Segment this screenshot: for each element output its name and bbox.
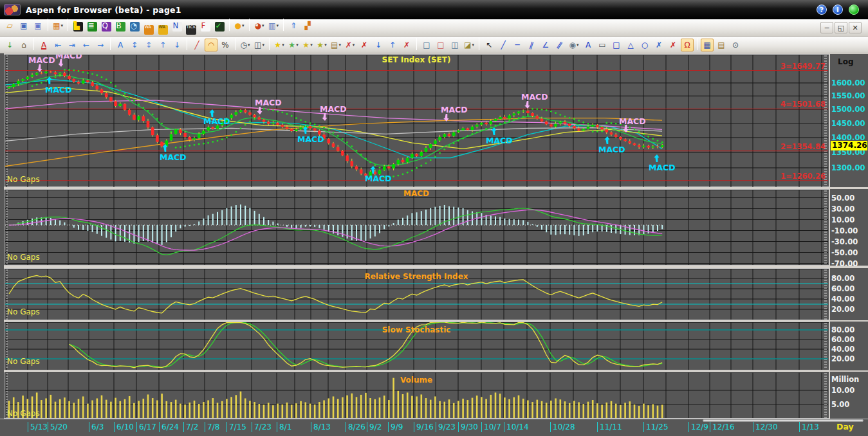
bid-offer-icon[interactable]: B: [114, 21, 127, 33]
world-chart-icon[interactable]: ◔: [128, 21, 141, 33]
erase-drawing-icon[interactable]: ✗: [652, 39, 665, 51]
quick-quote-icon[interactable]: Q: [100, 21, 113, 33]
xaxis-date-label: 1/13: [799, 422, 819, 432]
layout-icon[interactable]: ▥▾: [267, 19, 280, 32]
tick-icon[interactable]: TICK: [185, 24, 198, 37]
add-study-point-icon[interactable]: ★▾: [287, 39, 300, 51]
snap-right-icon[interactable]: ⇥: [66, 39, 78, 51]
copy-page-icon[interactable]: ◫: [448, 39, 461, 51]
scale-up-icon[interactable]: ↑: [156, 39, 169, 51]
remove-study-menu-icon[interactable]: ✗▾: [344, 39, 356, 51]
snap-left-icon[interactable]: ⇤: [51, 39, 64, 51]
draw-hline-icon[interactable]: ─: [511, 39, 524, 51]
panel-macd[interactable]: [4, 189, 829, 266]
add-study-pane-icon[interactable]: ★▾: [301, 39, 314, 51]
chevron-down-icon: ▾: [276, 23, 279, 28]
chevron-down-icon: ▾: [577, 42, 579, 48]
delete-drawings-icon[interactable]: ✗: [667, 39, 679, 51]
org-chart-icon[interactable]: ▞: [301, 19, 314, 32]
compress-vertical-icon: ↕: [131, 41, 138, 49]
apply-template-icon[interactable]: ▤▾: [329, 39, 342, 51]
restore-button[interactable]: ◱: [835, 22, 847, 33]
wa-chart-icon[interactable]: WA: [156, 24, 169, 37]
back-icon[interactable]: ←: [80, 39, 93, 51]
draw-circle-icon[interactable]: ○: [638, 39, 651, 51]
delete-page-icon[interactable]: □: [434, 39, 447, 51]
wa-icon[interactable]: WA: [142, 24, 155, 37]
draw-line-icon[interactable]: ╱: [497, 39, 510, 51]
chart-style-icon[interactable]: ◫▾: [253, 39, 266, 51]
no-gaps-label-macd: No Gaps: [7, 253, 40, 262]
alert-bell-icon[interactable]: ●▾: [233, 19, 246, 32]
draw-callout-icon[interactable]: ▭: [596, 39, 609, 51]
panel-price[interactable]: [4, 54, 829, 187]
stoch-panel-title: Slow Stochastic: [288, 325, 545, 334]
compress-vertical-icon[interactable]: ↕: [128, 39, 141, 51]
draw-rect-icon[interactable]: □: [610, 39, 623, 51]
minimize-button[interactable]: −: [820, 22, 833, 33]
chart-area[interactable]: MACDMACDMACDMACDMACDMACDMACDMACDMACDMACD…: [0, 53, 868, 436]
remove-pane-icon[interactable]: ✗: [400, 39, 413, 51]
market-monitor-icon[interactable]: ▙: [71, 21, 84, 33]
chart-zoom-icon[interactable]: ⊙: [729, 39, 742, 51]
snap-left-icon: ⇤: [55, 41, 61, 49]
move-pane-down-icon[interactable]: ↓: [372, 39, 385, 51]
toolbar-main: ▱▣▣▦▾▙≣QB◔WAWANTICKF✓●▾◕▾▥▾⇑▞ − ◱ ✕: [0, 19, 868, 37]
scale-down-icon[interactable]: ↓: [171, 39, 183, 51]
info-icon[interactable]: i: [833, 5, 843, 15]
chevron-down-icon: ▾: [262, 23, 264, 28]
quote-table-icon[interactable]: ▦: [701, 39, 714, 51]
draw-parallel-icon[interactable]: ∥: [525, 39, 538, 51]
xaxis-date-label: 9/30: [458, 422, 478, 432]
draw-channel-icon: ∥: [556, 41, 564, 49]
save-icon[interactable]: ▣: [17, 19, 30, 32]
close-button[interactable]: ✕: [849, 22, 862, 33]
volume-axis-tick: 10.00: [831, 386, 867, 395]
draw-triangle-icon: △: [627, 41, 633, 49]
draw-channel-icon[interactable]: ∥: [553, 39, 566, 51]
news-icon[interactable]: N: [171, 21, 183, 33]
open-icon[interactable]: ▱: [3, 19, 16, 32]
trendline-scale-icon[interactable]: ╱: [190, 39, 203, 51]
interval-icon[interactable]: ◷▾: [239, 39, 252, 51]
connection-status-icon: [849, 5, 859, 15]
pointer-icon[interactable]: ↖: [483, 39, 495, 51]
magnet-icon[interactable]: Ω: [681, 39, 694, 51]
import-icon[interactable]: ⇑: [287, 19, 300, 32]
delete-study-icon[interactable]: ✗: [358, 39, 371, 51]
price-axis-tick: 1600.00: [831, 78, 867, 87]
draw-triangle-icon[interactable]: △: [624, 39, 637, 51]
log-scale-icon[interactable]: ◠: [205, 39, 217, 51]
chart-check-icon[interactable]: ✓: [213, 21, 226, 33]
quote-board-icon[interactable]: ≣: [86, 21, 98, 33]
add-study-overlay-icon[interactable]: ★▾: [315, 39, 328, 51]
save-as-icon[interactable]: ▣: [32, 19, 44, 32]
add-study-icon[interactable]: ★▾: [273, 39, 286, 51]
forward-icon[interactable]: →: [94, 39, 107, 51]
macd-axis-tick: -10.00: [831, 226, 867, 235]
font-f-icon[interactable]: F: [199, 21, 212, 33]
chart-basket-icon[interactable]: ▦▾: [51, 19, 64, 32]
font-color-icon[interactable]: A: [37, 39, 50, 51]
pin-icon[interactable]: ↓: [3, 39, 16, 51]
font-size-icon[interactable]: A: [114, 39, 127, 51]
pointer-icon: ↖: [486, 41, 492, 49]
stoch-axis-tick: 80.00: [831, 325, 867, 334]
volume-axis-tick: 5.00: [831, 400, 867, 409]
move-pane-up-icon[interactable]: ↑: [386, 39, 399, 51]
home-icon[interactable]: ⌂: [17, 39, 30, 51]
horizontal-scrollbar[interactable]: [703, 419, 863, 422]
expand-vertical-icon[interactable]: ↕: [142, 39, 155, 51]
edit-note-icon[interactable]: ▤: [715, 39, 728, 51]
lock-page-icon[interactable]: ◪▾: [463, 39, 476, 51]
add-page-icon[interactable]: □: [420, 39, 433, 51]
draw-angle-icon[interactable]: ∠: [539, 39, 552, 51]
percent-scale-icon[interactable]: %: [219, 39, 232, 51]
help-icon[interactable]: ?: [817, 5, 827, 15]
draw-text-icon[interactable]: A: [582, 39, 595, 51]
org-chart-icon: ▞: [304, 22, 310, 30]
palette-icon[interactable]: ◕▾: [253, 19, 266, 32]
scale-down-icon: ↓: [174, 41, 180, 49]
chevron-down-icon: ▾: [60, 23, 63, 28]
draw-shape-menu-icon[interactable]: ◉▾: [568, 39, 580, 51]
